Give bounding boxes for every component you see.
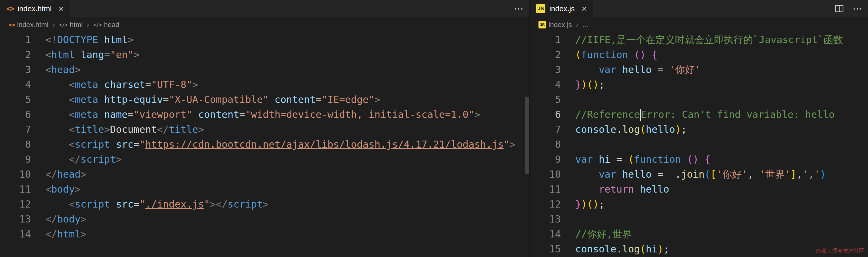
tab-bar-right: JS index.js × ⋯: [530, 0, 868, 17]
line-number: 6: [0, 107, 31, 122]
code-line[interactable]: 1<!DOCTYPE html>: [0, 32, 529, 47]
line-number: 5: [0, 92, 31, 107]
line-number: 5: [530, 92, 561, 107]
code-line[interactable]: 6 <meta name="viewport" content="width=d…: [0, 107, 529, 122]
code-line[interactable]: 13</body>: [0, 211, 529, 227]
breadcrumb: JSindex.js›...: [530, 17, 868, 32]
code-line[interactable]: 3 var hello = '你好': [530, 62, 868, 77]
breadcrumb-item[interactable]: JSindex.js: [538, 21, 572, 29]
line-number: 13: [0, 211, 31, 227]
breadcrumb-separator-icon: ›: [576, 21, 578, 29]
code-line[interactable]: 8 <script src="https://cdn.bootcdn.net/a…: [0, 137, 529, 152]
breadcrumb-item[interactable]: <>index.html: [9, 21, 49, 29]
breadcrumb-separator-icon: ›: [53, 21, 55, 29]
code-line[interactable]: 7 <title>Document</title>: [0, 122, 529, 137]
line-number: 3: [0, 62, 31, 77]
editor-pane-right: JS index.js × ⋯ JSindex.js›... 1//IIFE,是…: [529, 0, 868, 257]
line-number: 7: [0, 122, 31, 137]
more-actions-icon[interactable]: ⋯: [852, 3, 863, 15]
more-actions-icon[interactable]: ⋯: [514, 3, 524, 15]
code-line[interactable]: 1//IIFE,是一个在定义时就会立即执行的`Javascript`函数: [530, 32, 868, 47]
code-line[interactable]: 6//ReferenceError: Can't find variable: …: [530, 107, 868, 122]
code-line[interactable]: 10 var hello = _.join(['你好', '世界'],','): [530, 167, 868, 182]
line-number: 15: [530, 241, 561, 256]
code-line[interactable]: 14//你好,世界: [530, 227, 868, 241]
line-number: 8: [0, 137, 31, 152]
code-line[interactable]: 2<html lang="en">: [0, 47, 529, 62]
code-line[interactable]: 12})();: [530, 197, 868, 211]
line-number: 12: [0, 197, 31, 211]
breadcrumb-item[interactable]: </>html: [59, 21, 83, 29]
code-line[interactable]: 9 </script>: [0, 152, 529, 167]
line-number: 9: [0, 152, 31, 167]
tab-bar-left: <> index.html × ⋯: [0, 0, 529, 17]
js-file-icon: JS: [538, 21, 546, 28]
close-icon[interactable]: ×: [59, 4, 64, 13]
code-line[interactable]: 5 <meta http-equiv="X-UA-Compatible" con…: [0, 92, 529, 107]
js-file-icon: JS: [536, 4, 546, 13]
code-line[interactable]: 10</head>: [0, 167, 529, 182]
line-number: 12: [530, 197, 561, 211]
line-number: 11: [0, 182, 31, 197]
editor-actions-left: ⋯: [514, 0, 524, 17]
line-number: 9: [530, 152, 561, 167]
vscode-window: <> index.html × ⋯ <>index.html›</>html›<…: [0, 0, 868, 257]
watermark: @稀土掘金技术社区: [815, 247, 865, 255]
editor-pane-left: <> index.html × ⋯ <>index.html›</>html›<…: [0, 0, 529, 257]
line-number: 10: [530, 167, 561, 182]
breadcrumb-separator-icon: ›: [87, 21, 89, 29]
split-editor-icon[interactable]: [835, 4, 844, 13]
line-number: 11: [530, 182, 561, 197]
line-number: 8: [530, 137, 561, 152]
code-line[interactable]: 14</html>: [0, 227, 529, 241]
line-number: 2: [530, 47, 561, 62]
editor-actions-right: ⋯: [835, 0, 863, 17]
code-line[interactable]: 12 <script src="./index.js"></script>: [0, 197, 529, 211]
line-number: 2: [0, 47, 31, 62]
html-symbol-icon: </>: [59, 22, 67, 28]
code-line[interactable]: 4 <meta charset="UTF-8">: [0, 77, 529, 92]
line-number: 7: [530, 122, 561, 137]
tab-label: index.html: [18, 4, 52, 13]
html-file-icon: <>: [6, 4, 13, 13]
line-number: 1: [0, 32, 31, 47]
code-line[interactable]: 13: [530, 211, 868, 227]
code-line[interactable]: 5: [530, 92, 868, 107]
code-line[interactable]: 11 return hello: [530, 182, 868, 197]
breadcrumb-item[interactable]: </>head: [93, 21, 119, 29]
line-number: 14: [530, 227, 561, 241]
line-number: 4: [530, 77, 561, 92]
line-number: 6: [530, 107, 561, 122]
line-number: 10: [0, 167, 31, 182]
line-number: 13: [530, 211, 561, 227]
breadcrumb: <>index.html›</>html›</>head: [0, 17, 529, 32]
code-area-left[interactable]: 1<!DOCTYPE html>2<html lang="en">3<head>…: [0, 32, 529, 241]
code-line[interactable]: 7console.log(hello);: [530, 122, 868, 137]
breadcrumb-item[interactable]: ...: [582, 21, 588, 29]
code-line[interactable]: 3<head>: [0, 62, 529, 77]
code-line[interactable]: 2(function () {: [530, 47, 868, 62]
line-number: 1: [530, 32, 561, 47]
html-file-icon: <>: [9, 21, 14, 28]
line-number: 4: [0, 77, 31, 92]
tab-index-html[interactable]: <> index.html ×: [0, 0, 70, 17]
scrollbar-thumb[interactable]: [525, 97, 529, 174]
tab-label: index.js: [549, 4, 575, 13]
line-number: 3: [530, 62, 561, 77]
code-line[interactable]: 11<body>: [0, 182, 529, 197]
code-line[interactable]: 4})();: [530, 77, 868, 92]
html-symbol-icon: </>: [93, 22, 101, 28]
tab-index-js[interactable]: JS index.js ×: [530, 0, 593, 17]
close-icon[interactable]: ×: [582, 4, 587, 13]
code-line[interactable]: 8: [530, 137, 868, 152]
line-number: 14: [0, 227, 31, 241]
code-area-right[interactable]: 1//IIFE,是一个在定义时就会立即执行的`Javascript`函数2(fu…: [530, 32, 868, 256]
code-line[interactable]: 9var hi = (function () {: [530, 152, 868, 167]
